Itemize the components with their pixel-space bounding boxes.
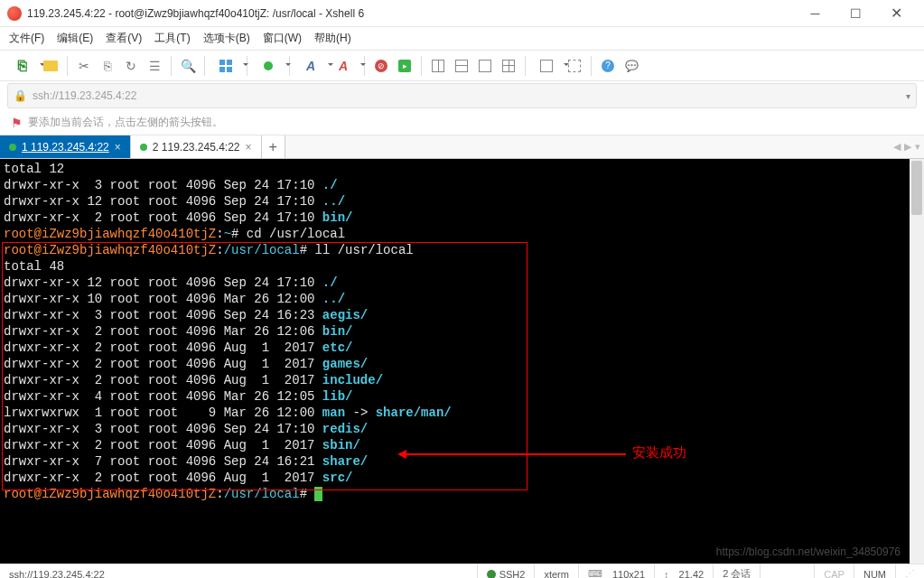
tab-list-icon[interactable]: ▾ [915, 141, 920, 153]
separator [171, 56, 172, 76]
terminal-line: drwxr-xr-x 2 root root 4096 Aug 1 2017 g… [4, 356, 906, 372]
layout2-button[interactable] [451, 55, 472, 77]
menu-tabs[interactable]: 选项卡(B) [203, 31, 250, 46]
terminal-line: total 12 [4, 161, 906, 177]
layout-menu-button[interactable] [531, 55, 562, 77]
open-button[interactable] [40, 55, 61, 77]
connected-dot-icon [140, 144, 147, 151]
tab-next-icon[interactable]: ▶ [904, 141, 911, 153]
status-pos: ↕ 21,42 [655, 564, 714, 578]
font-button[interactable]: A [295, 55, 326, 77]
add-tab-button[interactable]: + [262, 135, 285, 158]
terminal-line: root@iZwz9bjiawhqzf40o410tjZ:/usr/local# [4, 486, 906, 502]
status-term: xterm [535, 564, 579, 578]
search-button[interactable]: 🔍 [177, 55, 199, 77]
tab-label: 1 119.23.245.4:22 [22, 141, 109, 154]
terminal-line: drwxr-xr-x 7 root root 4096 Sep 24 16:21… [4, 453, 906, 470]
help-button[interactable]: ? [597, 55, 619, 77]
tab-nav: ◀ ▶ ▾ [893, 135, 920, 158]
terminal-line: root@iZwz9bjiawhqzf40o410tjZ:~# cd /usr/… [4, 226, 906, 242]
tab-session-2[interactable]: 2 119.23.245.4:22 × [131, 135, 262, 158]
terminal-line: drwxr-xr-x 2 root root 4096 Mar 26 12:06… [4, 323, 906, 340]
terminal-line: root@iZwz9bjiawhqzf40o410tjZ:/usr/local#… [4, 242, 906, 258]
status-sessions: 2 会话 [714, 564, 761, 578]
window-title: 119.23.245.4:22 - root@iZwz9bjiawhqzf40o… [27, 7, 795, 20]
close-button[interactable]: ✕ [876, 0, 917, 27]
minimize-button[interactable]: ─ [795, 0, 835, 27]
xagent-button[interactable]: ⊘ [370, 55, 392, 77]
hint-bar: ⚑ 要添加当前会话，点击左侧的箭头按钮。 [0, 110, 924, 135]
address-dropdown-icon[interactable]: ▾ [906, 91, 910, 101]
tab-label: 2 119.23.245.4:22 [153, 141, 240, 154]
titlebar: 119.23.245.4:22 - root@iZwz9bjiawhqzf40o… [0, 0, 924, 27]
terminal-line: drwxr-xr-x 2 root root 4096 Sep 24 17:10… [4, 210, 906, 226]
app-icon [7, 6, 22, 21]
status-bar: ssh://119.23.245.4:22 SSH2 xterm ⌨ 110x2… [0, 564, 924, 578]
connected-dot-icon [9, 144, 16, 151]
xftp-button[interactable]: ▸ [394, 55, 415, 77]
tab-close-icon[interactable]: × [115, 141, 121, 154]
terminal-line: drwxr-xr-x 2 root root 4096 Aug 1 2017 s… [4, 437, 906, 453]
quick-commands-button[interactable] [210, 55, 241, 77]
annotation-text: 安装成功 [632, 444, 686, 461]
flag-icon: ⚑ [11, 116, 23, 130]
copy-button[interactable]: ⎘ [97, 55, 118, 77]
terminal-line: drwxr-xr-x 2 root root 4096 Aug 1 2017 e… [4, 340, 906, 356]
toolbar: ⎘ ✂ ⎘ ↻ ☰ 🔍 A A ⊘ ▸ ? 💬 [0, 51, 924, 81]
separator [204, 56, 205, 76]
cut-button[interactable]: ✂ [73, 55, 95, 77]
terminal-line: drwxr-xr-x 10 root root 4096 Mar 26 12:0… [4, 291, 906, 307]
menu-edit[interactable]: 编辑(E) [57, 31, 93, 46]
terminal-line: drwxr-xr-x 3 root root 4096 Sep 24 17:10… [4, 421, 906, 437]
tab-close-icon[interactable]: × [246, 141, 252, 154]
layout1-button[interactable] [427, 55, 449, 77]
menu-file[interactable]: 文件(F) [9, 31, 44, 46]
tab-bar: 1 119.23.245.4:22 × 2 119.23.245.4:22 × … [0, 135, 924, 159]
terminal-area: total 12drwxr-xr-x 3 root root 4096 Sep … [0, 159, 924, 564]
chat-button[interactable]: 💬 [621, 55, 642, 77]
separator [67, 56, 68, 76]
tile-button[interactable] [564, 55, 585, 77]
terminal-line: drwxr-xr-x 4 root root 4096 Mar 26 12:05… [4, 388, 906, 405]
maximize-button[interactable]: ☐ [835, 0, 876, 27]
address-bar[interactable]: 🔒 ssh://119.23.245.4:22 ▾ [7, 83, 917, 108]
status-resize-grip[interactable]: ⋰ [896, 564, 924, 578]
menubar: 文件(F) 编辑(E) 查看(V) 工具(T) 选项卡(B) 窗口(W) 帮助(… [0, 27, 924, 51]
lock-icon: 🔒 [14, 89, 27, 102]
reconnect-button[interactable]: ↻ [120, 55, 142, 77]
tab-prev-icon[interactable]: ◀ [893, 141, 901, 153]
status-num: NUM [854, 564, 896, 578]
separator [591, 56, 592, 76]
terminal-line: drwxr-xr-x 12 root root 4096 Sep 24 17:1… [4, 193, 906, 210]
session-button[interactable] [253, 55, 284, 77]
status-cap: CAP [815, 564, 854, 578]
terminal-line: lrwxrwxrwx 1 root root 9 Mar 26 12:00 ma… [4, 405, 906, 421]
scrollbar[interactable] [910, 159, 924, 564]
status-spacer [761, 564, 815, 578]
ssh-icon [487, 570, 496, 579]
cursor [314, 487, 322, 501]
menu-tools[interactable]: 工具(T) [154, 31, 190, 46]
watermark: https://blog.csdn.net/weixin_34850976 [716, 545, 901, 558]
properties-button[interactable]: ☰ [144, 55, 165, 77]
separator [421, 56, 422, 76]
terminal[interactable]: total 12drwxr-xr-x 3 root root 4096 Sep … [0, 159, 910, 504]
address-text: ssh://119.23.245.4:22 [33, 89, 906, 102]
layout3-button[interactable] [474, 55, 496, 77]
terminal-line: drwxr-xr-x 2 root root 4096 Aug 1 2017 s… [4, 470, 906, 486]
hint-text: 要添加当前会话，点击左侧的箭头按钮。 [28, 115, 223, 130]
menu-help[interactable]: 帮助(H) [314, 31, 351, 46]
color-button[interactable]: A [328, 55, 359, 77]
new-session-button[interactable]: ⎘ [7, 55, 38, 77]
status-size: ⌨ 110x21 [579, 564, 655, 578]
status-ssh: SSH2 [478, 564, 536, 578]
layout4-button[interactable] [498, 55, 519, 77]
menu-window[interactable]: 窗口(W) [263, 31, 302, 46]
status-address: ssh://119.23.245.4:22 [0, 564, 478, 578]
terminal-line: drwxr-xr-x 2 root root 4096 Aug 1 2017 i… [4, 372, 906, 388]
terminal-line: drwxr-xr-x 3 root root 4096 Sep 24 16:23… [4, 307, 906, 323]
terminal-line: total 48 [4, 258, 906, 275]
tab-session-1[interactable]: 1 119.23.245.4:22 × [0, 135, 131, 158]
separator [525, 56, 526, 76]
menu-view[interactable]: 查看(V) [106, 31, 142, 46]
